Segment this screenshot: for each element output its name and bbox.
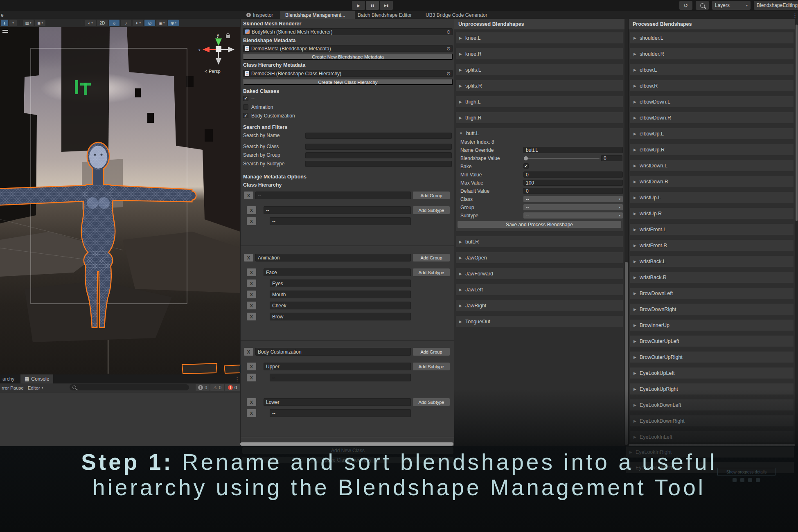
object-picker-icon[interactable]: ⊙ [446, 29, 451, 35]
skinned-mesh-renderer-field[interactable]: BodyMesh (Skinned Mesh Renderer) ⊙ [243, 28, 453, 35]
blendshape-list-item[interactable]: ▶ EyeLookUpLeft [630, 367, 793, 379]
hidden-objects-button[interactable]: ∅ [144, 20, 155, 26]
scrollbar-thumb[interactable] [625, 262, 628, 445]
blendshape-list-item[interactable]: ▶ JawForward [456, 268, 623, 279]
blendshape-value-input[interactable]: 0 [601, 155, 622, 161]
foldout-open-icon[interactable]: ▼ [459, 131, 463, 135]
blendshape-list-item[interactable]: ▶ knee.L [456, 32, 623, 43]
foldout-icon[interactable]: ▶ [459, 100, 462, 104]
lighting-toggle-button[interactable]: ☼ [109, 20, 119, 26]
foldout-icon[interactable]: ▶ [633, 387, 636, 391]
move-tool-button[interactable]: ✛ [1, 20, 8, 26]
undo-history-button[interactable]: ↺ [679, 1, 692, 10]
subtype-dropdown[interactable]: --▾ [523, 212, 623, 219]
add-button[interactable]: Add Subtype [413, 206, 450, 214]
blendshape-list-item[interactable]: ▶ EyeLookDownLeft [630, 399, 793, 410]
class-name-input[interactable]: -- [255, 192, 411, 199]
blendshape-list-item[interactable]: ▶ elbow.R [630, 80, 793, 91]
horizontal-scrollbar[interactable] [240, 442, 453, 446]
persp-label[interactable]: Persp [209, 69, 221, 74]
class-name-input[interactable]: Upper [264, 363, 411, 370]
blendshape-list-item[interactable]: ▶ TongueOut [456, 316, 623, 327]
console-search-input[interactable] [70, 384, 189, 390]
snap-settings-button[interactable]: ≣▾ [35, 20, 45, 26]
class-name-input[interactable]: Animation [255, 254, 411, 261]
add-button[interactable]: Add Subtype [413, 268, 450, 276]
remove-button[interactable]: X [247, 313, 256, 320]
blendshape-list-item[interactable]: ▶ wristUp.R [630, 208, 793, 219]
tool-dropdown[interactable]: ▾ [9, 20, 17, 26]
tab-blendshape-management[interactable]: Blendshape Management... [280, 11, 355, 19]
blendshape-list-item[interactable]: ▶ BrowDownRight [630, 304, 793, 315]
bake-checkbox[interactable]: ✓ [523, 163, 529, 169]
foldout-icon[interactable]: ▶ [633, 323, 636, 327]
foldout-icon[interactable]: ▶ [633, 84, 636, 88]
blendshape-list-item[interactable]: ▶ butt.R [456, 236, 623, 247]
add-button[interactable]: Add Subtype [413, 398, 450, 406]
foldout-icon[interactable]: ▶ [633, 132, 636, 136]
foldout-icon[interactable]: ▶ [633, 403, 636, 407]
remove-button[interactable]: X [247, 363, 256, 370]
class-name-input[interactable]: -- [264, 206, 411, 214]
add-button[interactable]: Add Group [413, 192, 450, 199]
class-name-input[interactable]: Body Customization [255, 348, 411, 356]
gizmos-button[interactable]: ⊕▾ [168, 20, 179, 26]
foldout-icon[interactable]: ▶ [633, 339, 636, 343]
class-name-input[interactable]: Eyes [270, 280, 411, 287]
blendshape-list-item[interactable]: ▶ elbowDown.L [630, 96, 793, 107]
blendshape-list-item[interactable]: ▶ knee.R [456, 48, 623, 59]
foldout-icon[interactable]: ▶ [633, 180, 636, 184]
search-field-input[interactable] [305, 152, 452, 158]
foldout-icon[interactable]: ▶ [633, 307, 636, 311]
panel-menu-icon[interactable]: ⋮ [792, 12, 798, 18]
class-name-input[interactable]: Mouth [270, 291, 411, 298]
remove-button[interactable]: X [247, 280, 256, 287]
remove-button[interactable]: X [247, 268, 256, 276]
foldout-icon[interactable]: ▶ [633, 164, 636, 168]
blendshape-list-item[interactable]: ▶ wristFront.R [630, 240, 793, 251]
default-value-input[interactable]: 0 [523, 188, 623, 194]
add-button[interactable]: Add Group [413, 348, 450, 356]
foldout-icon[interactable]: ▶ [633, 196, 636, 200]
remove-button[interactable]: X [247, 302, 256, 309]
blendshape-list-item[interactable]: ▶ shoulder.L [630, 32, 793, 43]
foldout-icon[interactable]: ▶ [633, 100, 636, 104]
create-blendshape-metadata-button[interactable]: Create New Blendshape Metadata [243, 54, 453, 60]
blendshape-expanded-header[interactable]: ▼ butt.L [459, 131, 479, 136]
scrollbar-thumb[interactable] [796, 25, 798, 221]
blendshape-list-item[interactable]: ▶ wristDown.L [630, 160, 793, 171]
blendshape-list-item[interactable]: ▶ BrowInnerUp [630, 320, 793, 331]
remove-button[interactable]: X [247, 374, 256, 381]
foldout-icon[interactable]: ▶ [633, 275, 636, 280]
tab-ub3-bridge-code-generator[interactable]: UB3 Bridge Code Generator [421, 11, 492, 19]
play-button[interactable]: ▶ [352, 1, 365, 10]
foldout-icon[interactable]: ▶ [633, 228, 636, 232]
tab-batch-blendshape-editor[interactable]: Batch Blendshape Editor [353, 11, 417, 19]
create-class-hierarchy-button[interactable]: Create New Class Hierarchy [243, 79, 453, 85]
blendshape-list-item[interactable]: ▶ wristFront.L [630, 224, 793, 235]
remove-button[interactable]: X [244, 254, 253, 261]
warning-count-badge[interactable]: ⚠ 0 [210, 384, 224, 391]
error-pause-toggle[interactable]: rror Pause [2, 385, 24, 390]
class-hierarchy-metadata-field[interactable]: DemoCSH (Blendshape Class Hierarchy) ⊙ [243, 70, 453, 77]
foldout-icon[interactable]: ▶ [459, 240, 462, 244]
panel-menu-icon[interactable]: ⋮ [234, 376, 240, 382]
blendshape-list-item[interactable]: ▶ elbowUp.L [630, 128, 793, 139]
foldout-icon[interactable]: ▶ [459, 272, 462, 276]
blendshape-list-item[interactable]: ▶ BrowDownLeft [630, 288, 793, 299]
search-field-input[interactable] [305, 133, 452, 139]
foldout-icon[interactable]: ▶ [633, 212, 636, 216]
foldout-icon[interactable]: ▶ [459, 320, 462, 324]
blendshape-value-slider[interactable] [524, 158, 600, 159]
tab-inspector[interactable]: i Inspector [241, 11, 278, 19]
remove-button[interactable]: X [247, 291, 256, 298]
group-dropdown[interactable]: --▾ [523, 204, 623, 210]
blendshape-list-item[interactable]: ▶ elbow.L [630, 64, 793, 75]
blendshape-list-item[interactable]: ▶ EyeLookDownRight [630, 415, 793, 426]
foldout-icon[interactable]: ▶ [633, 68, 636, 72]
pause-button[interactable]: ▮▮ [366, 1, 379, 10]
foldout-icon[interactable]: ▶ [633, 291, 636, 295]
foldout-icon[interactable]: ▶ [459, 52, 462, 56]
camera-settings-button[interactable]: ▣▾ [156, 20, 167, 26]
blendshape-list-item[interactable]: ▶ wristBack.L [630, 256, 793, 267]
